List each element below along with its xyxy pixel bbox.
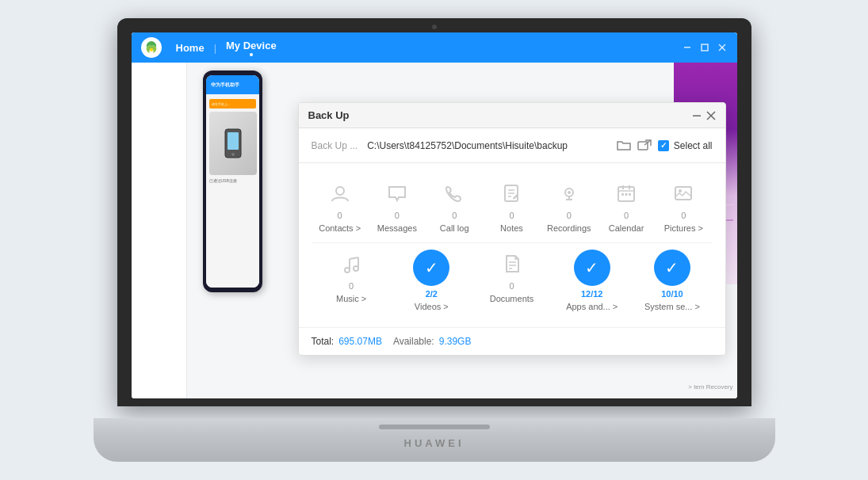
available-value: 9.39GB [439,336,472,347]
select-all-area[interactable]: ✓ Select all [658,140,713,151]
hisuite-app: Home | My Device [132,32,737,398]
system-recovery-label: > tem Recovery [688,383,732,390]
laptop-shell: Home | My Device [94,18,775,462]
nav-home[interactable]: Home [170,42,211,54]
recordings-icon [555,179,583,208]
nav-my-device[interactable]: My Device [220,40,283,51]
hisuite-titlebar: Home | My Device [132,32,737,63]
item-calendar[interactable]: 0 Calendar [598,176,655,236]
total-value: 695.07MB [338,336,382,347]
hisuite-nav: Home | My Device [170,40,674,56]
apps-circle: ✓ [574,250,610,286]
contacts-icon [326,179,354,208]
phone-orange-text: 请在手机上... [212,102,230,106]
pictures-label: Pictures > [664,223,703,233]
music-label: Music > [336,294,366,303]
app-background: Home | My Device [132,32,737,398]
apps-label: Apps and... > [566,302,618,311]
total-label: Total: [312,336,335,347]
phone-orange-bar: 请在手机上... [209,99,256,109]
notes-count: 0 [509,211,514,220]
brand-label: HUAWEI [404,437,465,449]
videos-circle: ✓ [413,250,449,286]
videos-label: Videos > [415,302,449,311]
laptop-base: HUAWEI [94,418,775,462]
svg-point-13 [336,187,344,195]
item-documents[interactable]: 0 Documents [472,246,552,314]
system-count: 10/10 [661,289,683,299]
system-circle: ✓ [654,250,690,286]
divider [312,242,713,243]
hisuite-main: 华为手机助手 请在手机上... [187,63,737,398]
hisuite-content: 华为手机助手 请在手机上... [132,63,737,398]
screen-bezel: Home | My Device [117,18,751,406]
phone-screen-body: 请在手机上... [206,94,259,288]
dialog-items: 0 Contacts > [299,163,725,327]
documents-label: Documents [490,294,534,303]
dialog-close-icon[interactable] [706,111,716,120]
recordings-count: 0 [567,211,572,220]
close-icon[interactable] [717,42,728,53]
item-calllog[interactable]: 0 Call log [426,176,483,236]
notes-label: Notes [500,223,523,233]
svg-point-30 [679,189,682,192]
phone-mock: 华为手机助手 请在手机上... [203,70,262,292]
svg-point-0 [150,48,153,51]
item-recordings[interactable]: 0 Recordings [541,176,598,236]
contacts-count: 0 [338,211,342,220]
svg-point-7 [231,153,235,156]
nav-active-dot [250,53,253,56]
item-contacts[interactable]: 0 Contacts > [312,176,369,236]
folder-icon[interactable] [617,139,631,153]
titlebar-controls [682,42,728,53]
videos-count: 2/2 [426,289,438,299]
documents-count: 0 [509,281,514,291]
svg-rect-28 [629,193,631,196]
item-apps[interactable]: ✓ 12/12 Apps and... > [552,246,632,314]
svg-rect-8 [693,115,701,116]
phone-screen-header: 华为手机助手 [206,75,259,94]
messages-label: Messages [377,223,417,233]
recordings-label: Recordings [547,223,591,233]
calendar-icon [612,179,640,208]
phone-usb-text: 已通过USB连接 [209,178,256,183]
dialog-minimize-icon[interactable] [692,111,702,120]
item-videos[interactable]: ✓ 2/2 Videos > [392,246,472,314]
item-system[interactable]: ✓ 10/10 System se... > [632,246,712,314]
available-label: Available: [393,336,434,347]
messages-icon [383,179,411,208]
svg-rect-29 [675,187,691,200]
maximize-icon[interactable] [699,42,710,53]
svg-rect-27 [625,193,628,196]
svg-rect-2 [702,44,708,51]
select-all-checkbox[interactable]: ✓ [658,140,669,151]
dialog-titlebar: Back Up [299,103,725,128]
path-value: C:\Users\t84125752\Documents\Hisuite\bac… [367,140,607,151]
select-all-label: Select all [674,140,713,151]
camera [432,25,437,29]
phone-screen: 华为手机助手 请在手机上... [206,75,259,288]
pictures-icon [669,179,698,208]
minimize-icon[interactable] [682,42,693,53]
svg-line-35 [350,257,358,259]
apps-count: 12/12 [581,289,603,299]
item-pictures[interactable]: 0 Pictures > [655,176,712,236]
item-music[interactable]: 0 Music > [312,246,392,314]
music-icon [337,250,365,278]
dialog-path-bar: Back Up ... C:\Users\t84125752\Documents… [299,128,725,163]
item-messages[interactable]: 0 Messages [369,176,426,236]
items-row-1: 0 Contacts > [312,176,713,236]
external-link-icon[interactable] [637,139,652,153]
hisuite-logo [141,37,162,58]
svg-point-19 [568,191,571,194]
phone-area: 华为手机助手 请在手机上... [203,70,282,324]
documents-icon [498,250,526,278]
calllog-label: Call log [440,223,469,233]
calllog-icon [440,179,468,208]
phone-screen-title: 华为手机助手 [211,82,239,89]
laptop-screen: Home | My Device [132,32,737,398]
hisuite-sidebar [132,63,187,398]
item-notes[interactable]: 0 Notes [483,176,540,236]
calllog-count: 0 [452,211,457,220]
svg-rect-26 [621,193,624,196]
